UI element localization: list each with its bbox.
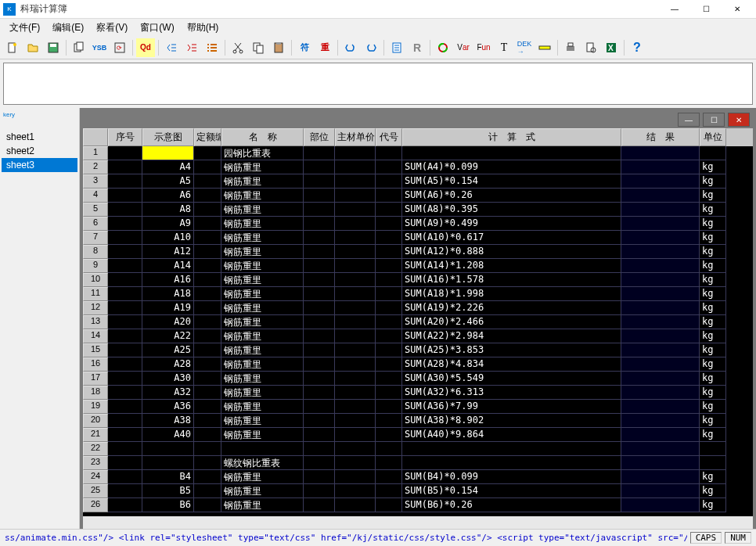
cell[interactable]	[108, 414, 142, 428]
cell[interactable]: SUM(A18)*1.998	[402, 287, 621, 301]
cell[interactable]	[194, 329, 221, 343]
cell[interactable]: A32	[142, 386, 194, 400]
dek-icon[interactable]: DEK→	[515, 38, 534, 57]
new-icon[interactable]	[3, 38, 22, 57]
cell[interactable]: SUM(A28)*4.834	[402, 357, 621, 372]
cell[interactable]: kg	[700, 189, 726, 203]
cell[interactable]: SUM(A20)*2.466	[402, 315, 621, 329]
cell[interactable]	[194, 470, 221, 484]
indent-icon[interactable]	[182, 38, 201, 57]
cell[interactable]: SUM(A8)*0.395	[402, 203, 621, 217]
sheet-tab[interactable]: sheet1	[2, 130, 77, 144]
redo-icon[interactable]	[362, 38, 380, 57]
cell[interactable]	[304, 146, 335, 160]
cell[interactable]: kg	[700, 273, 726, 287]
page-icon[interactable]	[387, 38, 406, 57]
cell[interactable]	[108, 287, 142, 301]
cell[interactable]: 钢筋重里	[221, 189, 304, 203]
cell[interactable]	[304, 301, 335, 315]
cell[interactable]: 钢筋重里	[221, 273, 304, 287]
open-icon[interactable]	[23, 38, 42, 57]
cell[interactable]	[376, 203, 402, 217]
copy-icon[interactable]	[249, 38, 268, 57]
cell[interactable]	[376, 498, 402, 512]
cell[interactable]	[335, 146, 376, 160]
cell[interactable]	[621, 245, 700, 259]
cell[interactable]	[621, 343, 700, 357]
cell[interactable]	[335, 174, 376, 189]
cell[interactable]: SUM(B4)*0.099	[402, 470, 621, 484]
row-number[interactable]: 8	[83, 245, 108, 259]
cell[interactable]	[108, 329, 142, 343]
cell[interactable]	[335, 456, 376, 470]
cell[interactable]	[376, 315, 402, 329]
cell[interactable]	[108, 343, 142, 357]
cell[interactable]	[194, 203, 221, 217]
cell[interactable]	[194, 428, 221, 442]
cell[interactable]	[304, 160, 335, 174]
cell[interactable]: SUM(A10)*0.617	[402, 231, 621, 245]
cell[interactable]: kg	[700, 301, 726, 315]
cell[interactable]: SUM(A16)*1.578	[402, 273, 621, 287]
cell[interactable]: A9	[142, 217, 194, 231]
row-number[interactable]: 3	[83, 174, 108, 189]
cell[interactable]	[376, 287, 402, 301]
cell[interactable]	[142, 146, 194, 160]
cell[interactable]: 螺纹钢比重表	[221, 456, 304, 470]
spreadsheet-grid[interactable]: 序号示意图定额编号名 称部位主材单价代号计 算 式结 果单位 1园钢比重表2A4…	[83, 128, 753, 516]
cell[interactable]	[335, 287, 376, 301]
cell[interactable]: kg	[700, 498, 726, 512]
row-number[interactable]: 6	[83, 217, 108, 231]
cell[interactable]	[376, 428, 402, 442]
cell[interactable]	[304, 287, 335, 301]
cell[interactable]	[108, 174, 142, 189]
cell[interactable]: SUM(A12)*0.888	[402, 245, 621, 259]
cell[interactable]: SUM(B6)*0.26	[402, 498, 621, 512]
cell[interactable]: A28	[142, 357, 194, 372]
cell[interactable]: 钢筋重里	[221, 203, 304, 217]
column-header[interactable]: 部位	[304, 128, 335, 146]
cell[interactable]	[194, 245, 221, 259]
cell[interactable]	[402, 442, 621, 456]
cell[interactable]	[304, 217, 335, 231]
cell[interactable]	[376, 386, 402, 400]
cell[interactable]	[108, 231, 142, 245]
print-icon[interactable]	[561, 38, 580, 57]
paste-icon[interactable]	[269, 38, 288, 57]
cell[interactable]	[194, 414, 221, 428]
cell[interactable]	[335, 343, 376, 357]
r-mode-icon[interactable]: R	[408, 38, 427, 57]
cell[interactable]	[335, 160, 376, 174]
cell[interactable]	[108, 203, 142, 217]
cell[interactable]	[621, 498, 700, 512]
row-number[interactable]: 25	[83, 484, 108, 498]
cell[interactable]	[335, 259, 376, 273]
row-number[interactable]: 22	[83, 442, 108, 456]
cell[interactable]	[335, 498, 376, 512]
row-number[interactable]: 20	[83, 414, 108, 428]
cell[interactable]	[194, 357, 221, 372]
cell[interactable]: kg	[700, 315, 726, 329]
cell[interactable]: 钢筋重里	[221, 498, 304, 512]
cell[interactable]	[376, 456, 402, 470]
text-icon[interactable]: T	[495, 38, 513, 57]
column-header[interactable]: 单位	[700, 128, 726, 146]
cell[interactable]: SUM(A38)*8.902	[402, 414, 621, 428]
cell[interactable]	[108, 315, 142, 329]
cell[interactable]	[194, 372, 221, 386]
cell[interactable]: 钢筋重里	[221, 470, 304, 484]
cell[interactable]: 钢筋重里	[221, 245, 304, 259]
cell[interactable]: 钢筋重里	[221, 414, 304, 428]
cell[interactable]: SUM(A5)*0.154	[402, 174, 621, 189]
save-icon[interactable]	[44, 38, 63, 57]
cell[interactable]: 钢筋重里	[221, 329, 304, 343]
cell[interactable]	[194, 498, 221, 512]
cell[interactable]	[621, 217, 700, 231]
row-number[interactable]: 17	[83, 372, 108, 386]
cell[interactable]	[108, 217, 142, 231]
row-number[interactable]: 21	[83, 428, 108, 442]
cell[interactable]	[304, 456, 335, 470]
close-button[interactable]: ✕	[722, 1, 753, 18]
cell[interactable]: SUM(A30)*5.549	[402, 372, 621, 386]
cell[interactable]: 钢筋重里	[221, 301, 304, 315]
